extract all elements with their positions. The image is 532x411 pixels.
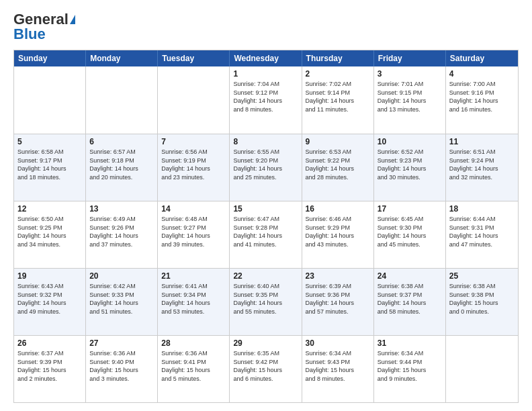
day-cell-4: 4Sunrise: 7:00 AM Sunset: 9:16 PM Daylig… <box>446 66 518 134</box>
day-number: 7 <box>161 137 226 146</box>
day-info: Sunrise: 6:50 AM Sunset: 9:25 PM Dayligh… <box>17 215 82 248</box>
calendar-row-2: 5Sunrise: 6:58 AM Sunset: 9:17 PM Daylig… <box>14 134 518 201</box>
day-number: 27 <box>89 338 154 348</box>
day-cell-17: 17Sunrise: 6:45 AM Sunset: 9:30 PM Dayli… <box>374 201 446 268</box>
day-info: Sunrise: 6:36 AM Sunset: 9:41 PM Dayligh… <box>161 349 226 383</box>
header-cell-monday: Monday <box>86 50 158 66</box>
day-number: 5 <box>17 137 82 146</box>
header-cell-friday: Friday <box>374 50 446 66</box>
day-number: 2 <box>306 69 370 79</box>
day-number: 13 <box>89 204 154 214</box>
day-cell-21: 21Sunrise: 6:41 AM Sunset: 9:34 PM Dayli… <box>158 269 230 335</box>
empty-cell <box>86 66 158 134</box>
empty-cell <box>446 336 518 402</box>
day-number: 28 <box>161 338 226 348</box>
calendar-row-5: 26Sunrise: 6:37 AM Sunset: 9:39 PM Dayli… <box>14 335 518 402</box>
header-cell-thursday: Thursday <box>302 50 374 66</box>
page: General Blue SundayMondayTuesdayWednesda… <box>0 0 532 411</box>
logo-triangle-icon <box>70 15 75 24</box>
day-info: Sunrise: 7:02 AM Sunset: 9:14 PM Dayligh… <box>306 80 370 113</box>
day-info: Sunrise: 6:38 AM Sunset: 9:38 PM Dayligh… <box>449 282 515 316</box>
calendar: SundayMondayTuesdayWednesdayThursdayFrid… <box>13 50 519 403</box>
day-number: 26 <box>17 338 82 348</box>
day-number: 30 <box>306 338 370 348</box>
day-number: 23 <box>306 271 370 281</box>
day-info: Sunrise: 6:46 AM Sunset: 9:29 PM Dayligh… <box>306 215 370 248</box>
day-info: Sunrise: 6:58 AM Sunset: 9:17 PM Dayligh… <box>17 148 82 181</box>
day-info: Sunrise: 7:04 AM Sunset: 9:12 PM Dayligh… <box>233 80 298 113</box>
day-number: 29 <box>233 338 298 348</box>
day-number: 21 <box>161 271 226 281</box>
header: General Blue <box>13 11 519 43</box>
day-number: 20 <box>89 271 154 281</box>
day-info: Sunrise: 6:36 AM Sunset: 9:40 PM Dayligh… <box>89 349 154 383</box>
day-cell-28: 28Sunrise: 6:36 AM Sunset: 9:41 PM Dayli… <box>158 336 230 402</box>
day-cell-23: 23Sunrise: 6:39 AM Sunset: 9:36 PM Dayli… <box>302 269 374 335</box>
day-number: 25 <box>449 271 515 281</box>
day-info: Sunrise: 6:38 AM Sunset: 9:37 PM Dayligh… <box>378 282 442 316</box>
day-number: 14 <box>161 204 226 214</box>
day-cell-31: 31Sunrise: 6:34 AM Sunset: 9:44 PM Dayli… <box>374 336 446 402</box>
day-info: Sunrise: 6:42 AM Sunset: 9:33 PM Dayligh… <box>89 282 154 316</box>
day-number: 8 <box>233 137 298 146</box>
day-cell-24: 24Sunrise: 6:38 AM Sunset: 9:37 PM Dayli… <box>374 269 446 335</box>
day-info: Sunrise: 6:49 AM Sunset: 9:26 PM Dayligh… <box>89 215 154 248</box>
day-info: Sunrise: 6:34 AM Sunset: 9:43 PM Dayligh… <box>306 349 370 383</box>
empty-cell <box>158 66 230 134</box>
day-info: Sunrise: 6:43 AM Sunset: 9:32 PM Dayligh… <box>17 282 82 316</box>
day-number: 3 <box>378 69 442 79</box>
day-info: Sunrise: 6:53 AM Sunset: 9:22 PM Dayligh… <box>306 148 370 181</box>
day-number: 24 <box>378 271 442 281</box>
day-number: 1 <box>233 69 298 79</box>
day-info: Sunrise: 6:48 AM Sunset: 9:27 PM Dayligh… <box>161 215 226 248</box>
header-cell-saturday: Saturday <box>446 50 518 66</box>
day-cell-6: 6Sunrise: 6:57 AM Sunset: 9:18 PM Daylig… <box>86 134 158 201</box>
day-info: Sunrise: 6:44 AM Sunset: 9:31 PM Dayligh… <box>449 215 515 248</box>
logo-blue: Blue <box>13 26 46 43</box>
empty-cell <box>14 66 86 134</box>
day-cell-20: 20Sunrise: 6:42 AM Sunset: 9:33 PM Dayli… <box>86 269 158 335</box>
day-number: 17 <box>378 204 442 214</box>
day-number: 15 <box>233 204 298 214</box>
day-cell-1: 1Sunrise: 7:04 AM Sunset: 9:12 PM Daylig… <box>230 66 302 134</box>
calendar-header: SundayMondayTuesdayWednesdayThursdayFrid… <box>14 50 518 66</box>
calendar-body: 1Sunrise: 7:04 AM Sunset: 9:12 PM Daylig… <box>14 66 518 402</box>
day-number: 6 <box>89 137 154 146</box>
calendar-row-3: 12Sunrise: 6:50 AM Sunset: 9:25 PM Dayli… <box>14 201 518 268</box>
day-number: 10 <box>378 137 442 146</box>
day-number: 18 <box>449 204 515 214</box>
day-number: 11 <box>449 137 515 146</box>
day-cell-12: 12Sunrise: 6:50 AM Sunset: 9:25 PM Dayli… <box>14 201 86 268</box>
day-info: Sunrise: 6:55 AM Sunset: 9:20 PM Dayligh… <box>233 148 298 181</box>
day-cell-13: 13Sunrise: 6:49 AM Sunset: 9:26 PM Dayli… <box>86 201 158 268</box>
logo: General Blue <box>13 11 75 43</box>
day-cell-14: 14Sunrise: 6:48 AM Sunset: 9:27 PM Dayli… <box>158 201 230 268</box>
day-cell-7: 7Sunrise: 6:56 AM Sunset: 9:19 PM Daylig… <box>158 134 230 201</box>
day-cell-3: 3Sunrise: 7:01 AM Sunset: 9:15 PM Daylig… <box>374 66 446 134</box>
day-cell-8: 8Sunrise: 6:55 AM Sunset: 9:20 PM Daylig… <box>230 134 302 201</box>
day-info: Sunrise: 6:52 AM Sunset: 9:23 PM Dayligh… <box>378 148 442 181</box>
day-info: Sunrise: 6:47 AM Sunset: 9:28 PM Dayligh… <box>233 215 298 248</box>
day-cell-5: 5Sunrise: 6:58 AM Sunset: 9:17 PM Daylig… <box>14 134 86 201</box>
day-info: Sunrise: 6:35 AM Sunset: 9:42 PM Dayligh… <box>233 349 298 383</box>
header-cell-wednesday: Wednesday <box>230 50 302 66</box>
day-cell-15: 15Sunrise: 6:47 AM Sunset: 9:28 PM Dayli… <box>230 201 302 268</box>
day-cell-10: 10Sunrise: 6:52 AM Sunset: 9:23 PM Dayli… <box>374 134 446 201</box>
day-info: Sunrise: 7:00 AM Sunset: 9:16 PM Dayligh… <box>449 80 515 113</box>
day-info: Sunrise: 6:51 AM Sunset: 9:24 PM Dayligh… <box>449 148 515 181</box>
day-cell-19: 19Sunrise: 6:43 AM Sunset: 9:32 PM Dayli… <box>14 269 86 335</box>
day-info: Sunrise: 6:41 AM Sunset: 9:34 PM Dayligh… <box>161 282 226 316</box>
day-cell-30: 30Sunrise: 6:34 AM Sunset: 9:43 PM Dayli… <box>302 336 374 402</box>
day-info: Sunrise: 7:01 AM Sunset: 9:15 PM Dayligh… <box>378 80 442 113</box>
day-cell-9: 9Sunrise: 6:53 AM Sunset: 9:22 PM Daylig… <box>302 134 374 201</box>
day-cell-26: 26Sunrise: 6:37 AM Sunset: 9:39 PM Dayli… <box>14 336 86 402</box>
day-cell-27: 27Sunrise: 6:36 AM Sunset: 9:40 PM Dayli… <box>86 336 158 402</box>
day-number: 9 <box>306 137 370 146</box>
day-cell-2: 2Sunrise: 7:02 AM Sunset: 9:14 PM Daylig… <box>302 66 374 134</box>
day-number: 22 <box>233 271 298 281</box>
day-cell-22: 22Sunrise: 6:40 AM Sunset: 9:35 PM Dayli… <box>230 269 302 335</box>
day-info: Sunrise: 6:40 AM Sunset: 9:35 PM Dayligh… <box>233 282 298 316</box>
calendar-row-1: 1Sunrise: 7:04 AM Sunset: 9:12 PM Daylig… <box>14 66 518 134</box>
header-cell-tuesday: Tuesday <box>158 50 230 66</box>
day-info: Sunrise: 6:37 AM Sunset: 9:39 PM Dayligh… <box>17 349 82 383</box>
